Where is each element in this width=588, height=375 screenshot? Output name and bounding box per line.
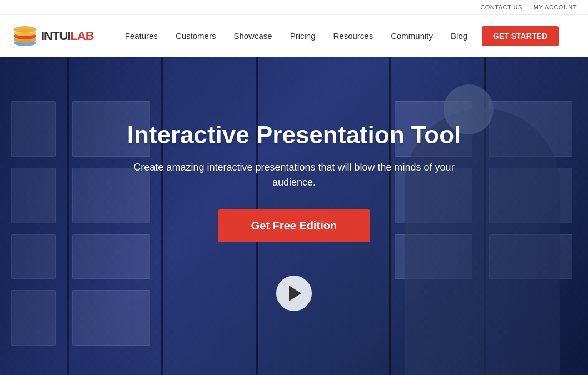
hero-section: Interactive Presentation Tool Create ama… xyxy=(0,57,588,375)
svg-point-4 xyxy=(14,26,36,33)
logo-icon xyxy=(11,25,39,47)
nav-customers[interactable]: Customers xyxy=(167,15,225,57)
get-free-edition-button[interactable]: Get Free Edition xyxy=(218,209,370,242)
play-button[interactable] xyxy=(276,276,312,311)
nav-blog[interactable]: Blog xyxy=(442,15,476,57)
nav-pricing[interactable]: Pricing xyxy=(281,15,325,57)
utility-bar: CONTACT US MY ACCOUNT xyxy=(0,0,588,15)
nav-links: Features Customers Showcase Pricing Reso… xyxy=(116,15,577,57)
get-started-button[interactable]: GET STARTED xyxy=(482,26,559,46)
hero-content: Interactive Presentation Tool Create ama… xyxy=(99,110,489,322)
logo[interactable]: INTUILAB xyxy=(11,25,94,47)
contact-us-link[interactable]: CONTACT US xyxy=(480,4,522,11)
logo-lab: LAB xyxy=(70,29,93,43)
nav-features[interactable]: Features xyxy=(116,15,167,57)
my-account-link[interactable]: MY ACCOUNT xyxy=(534,4,577,11)
nav-showcase[interactable]: Showcase xyxy=(225,15,281,57)
hero-subtitle: Create amazing interactive presentations… xyxy=(111,160,477,190)
nav-resources[interactable]: Resources xyxy=(324,15,382,57)
hero-title: Interactive Presentation Tool xyxy=(111,121,477,149)
play-button-wrapper xyxy=(111,276,477,311)
logo-text: INTUILAB xyxy=(41,29,94,43)
play-icon xyxy=(289,286,301,301)
nav-community[interactable]: Community xyxy=(382,15,442,57)
navbar: INTUILAB Features Customers Showcase Pri… xyxy=(0,15,588,57)
logo-intui: INTUI xyxy=(41,29,70,43)
